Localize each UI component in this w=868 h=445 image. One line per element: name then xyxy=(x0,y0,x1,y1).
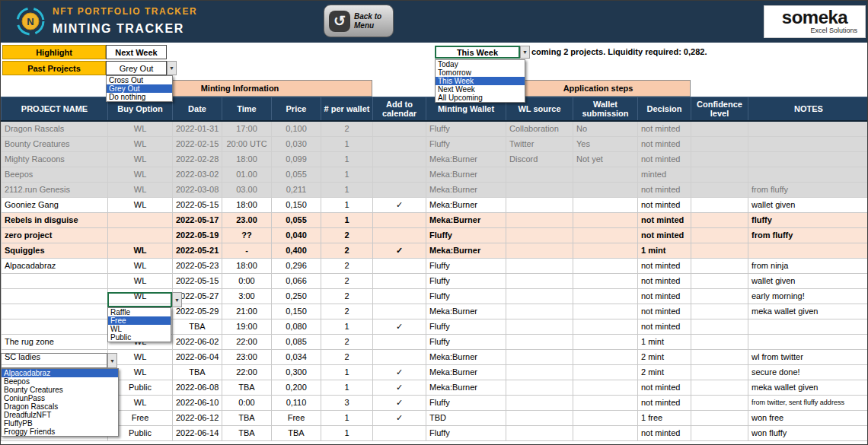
cell[interactable] xyxy=(108,227,173,243)
cell[interactable]: Meka:Burner xyxy=(426,212,506,227)
cell[interactable]: Fluffy xyxy=(426,121,506,137)
cell[interactable]: - xyxy=(222,243,272,258)
cell[interactable]: 0,150 xyxy=(272,197,321,212)
cell[interactable]: ✓ xyxy=(373,364,426,380)
cell[interactable]: Squiggles xyxy=(2,243,108,258)
cell[interactable]: 1 mint xyxy=(638,334,691,349)
highlight-value-cell[interactable]: Next Week xyxy=(106,45,167,59)
cell[interactable]: TBA xyxy=(222,425,272,440)
cell[interactable]: not minted xyxy=(638,319,691,334)
cell[interactable]: 1 xyxy=(321,197,373,212)
cell[interactable]: Meka:Burner xyxy=(426,380,506,395)
dropdown-option[interactable]: Froggy Friends xyxy=(2,428,118,436)
cell[interactable] xyxy=(373,121,426,137)
cell[interactable] xyxy=(373,334,426,349)
cell[interactable] xyxy=(2,304,108,319)
cell[interactable]: The rug zone xyxy=(2,334,108,349)
cell[interactable]: TBA xyxy=(222,380,272,395)
dropdown-option[interactable]: Raffle xyxy=(108,308,171,316)
cell[interactable]: Fluffy xyxy=(426,136,506,151)
cell[interactable]: 2 xyxy=(321,334,373,349)
cell[interactable] xyxy=(506,425,573,440)
highlight-button[interactable]: Highlight xyxy=(2,45,106,59)
cell[interactable] xyxy=(691,364,748,380)
cell[interactable]: wallet given xyxy=(748,197,868,212)
cell[interactable] xyxy=(691,319,748,334)
past-projects-dropdown[interactable]: Grey Out xyxy=(106,61,167,75)
cell[interactable]: 2 xyxy=(321,273,373,288)
project-dropdown-button[interactable]: ▼ xyxy=(107,353,117,368)
cell[interactable]: Meka:Burner xyxy=(426,243,506,258)
cell[interactable]: 2 mint xyxy=(638,349,691,364)
cell[interactable]: 1 xyxy=(321,364,373,380)
cell[interactable] xyxy=(506,288,573,304)
cell[interactable]: TBA xyxy=(222,410,272,425)
cell[interactable]: not minted xyxy=(638,197,691,212)
cell[interactable] xyxy=(691,273,748,288)
cell[interactable]: secure done! xyxy=(748,364,868,380)
cell[interactable] xyxy=(691,334,748,349)
cell[interactable] xyxy=(373,304,426,319)
cell[interactable]: 2022-06-04 xyxy=(173,349,222,364)
cell[interactable]: Not yet xyxy=(573,151,638,167)
cell[interactable]: 23:00 xyxy=(222,349,272,364)
cell[interactable]: not minted xyxy=(638,136,691,151)
cell[interactable]: 2022-06-10 xyxy=(173,395,222,410)
cell[interactable]: TBA xyxy=(173,319,222,334)
cell[interactable]: from twitter, sent fluffy address xyxy=(748,395,868,410)
cell[interactable]: 2022-03-08 xyxy=(173,182,222,197)
cell[interactable]: minted xyxy=(638,167,691,182)
week-filter-dropdown[interactable]: This Week xyxy=(435,46,520,59)
cell[interactable]: TBD xyxy=(426,410,506,425)
cell[interactable] xyxy=(373,273,426,288)
cell[interactable]: WL xyxy=(108,243,173,258)
cell[interactable] xyxy=(691,258,748,273)
dropdown-option[interactable]: Free xyxy=(108,316,171,325)
cell[interactable] xyxy=(506,243,573,258)
cell[interactable]: Meka:Burner xyxy=(426,364,506,380)
cell[interactable]: Beepos xyxy=(2,167,108,182)
cell[interactable] xyxy=(691,212,748,227)
cell[interactable] xyxy=(2,288,108,304)
cell[interactable]: 2 xyxy=(321,349,373,364)
cell[interactable]: 0,100 xyxy=(272,121,321,137)
dropdown-option[interactable]: Beepos xyxy=(2,377,118,386)
cell[interactable]: 0,300 xyxy=(272,364,321,380)
cell[interactable]: 03.00 xyxy=(222,182,272,197)
cell[interactable]: WL xyxy=(108,288,173,304)
cell[interactable] xyxy=(506,258,573,273)
cell[interactable]: 18:00 xyxy=(222,197,272,212)
cell[interactable]: 0,055 xyxy=(272,167,321,182)
cell[interactable] xyxy=(573,288,638,304)
cell[interactable]: 2022-02-28 xyxy=(173,151,222,167)
cell[interactable]: 2 xyxy=(321,304,373,319)
dropdown-option[interactable]: Dragon Rascals xyxy=(2,402,118,411)
dropdown-option[interactable]: Do nothing xyxy=(107,93,172,101)
cell[interactable]: 2 xyxy=(321,243,373,258)
cell[interactable]: 2022-03-02 xyxy=(173,167,222,182)
cell[interactable]: 0:00 xyxy=(222,273,272,288)
cell[interactable]: not minted xyxy=(638,273,691,288)
cell[interactable] xyxy=(373,288,426,304)
cell[interactable] xyxy=(691,227,748,243)
cell[interactable]: 23.00 xyxy=(222,212,272,227)
cell[interactable] xyxy=(573,319,638,334)
cell[interactable]: 18:00 xyxy=(222,151,272,167)
cell[interactable]: 0,150 xyxy=(272,304,321,319)
cell[interactable]: wl from twitter xyxy=(748,349,868,364)
cell[interactable]: 22:00 xyxy=(222,364,272,380)
cell[interactable] xyxy=(573,167,638,182)
cell[interactable]: Meka:Burner xyxy=(426,197,506,212)
cell[interactable]: not minted xyxy=(638,395,691,410)
dropdown-option[interactable]: This Week xyxy=(436,77,525,85)
cell[interactable]: 1 xyxy=(321,425,373,440)
cell[interactable] xyxy=(2,273,108,288)
cell[interactable] xyxy=(506,380,573,395)
cell[interactable]: 2022-05-23 xyxy=(173,258,222,273)
cell[interactable]: ?? xyxy=(222,227,272,243)
past-projects-button[interactable]: Past Projects xyxy=(2,61,106,75)
cell[interactable]: ✓ xyxy=(373,197,426,212)
cell[interactable]: 18:00 xyxy=(222,258,272,273)
cell[interactable]: not minted xyxy=(638,227,691,243)
cell[interactable]: Fluffy xyxy=(426,273,506,288)
